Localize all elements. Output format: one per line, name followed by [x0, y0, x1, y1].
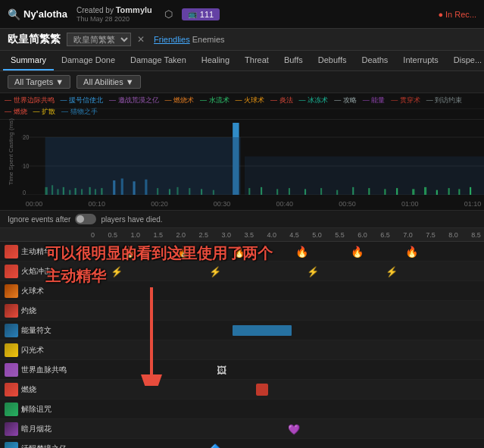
ability-timeline [91, 281, 484, 300]
ability-icon [5, 343, 18, 357]
svg-rect-40 [396, 188, 398, 195]
ability-timeline [91, 321, 484, 340]
enemies-tab[interactable]: Enemies [192, 35, 225, 44]
svg-text:0: 0 [23, 189, 27, 195]
ability-label: 火球术 [0, 284, 91, 298]
svg-rect-38 [368, 188, 370, 195]
tab-interrupts[interactable]: Interrupts [395, 51, 445, 70]
event-icon: ⚡ [111, 265, 123, 277]
ability-timeline [91, 301, 484, 320]
title-bar: 欧皇简繁繁 欧皇简繁繁 ✕ Friendlies Enemies [0, 29, 484, 51]
ability-timeline [91, 380, 484, 399]
tab-threat[interactable]: Threat [237, 51, 276, 70]
tab-summary[interactable]: Summary [3, 51, 54, 70]
friendlies-tab[interactable]: Friendlies [154, 35, 190, 44]
ability-label: 主动精华 [0, 245, 91, 258]
ability-row: 火焰冲击 ⚡ ⚡ ⚡ ⚡ [0, 262, 484, 281]
top-bar-icons: ⬡ [164, 8, 173, 20]
ruler-marks: 0 0.5 1.0 1.5 2.0 2.5 3.0 3.5 4.0 4.5 5.… [91, 231, 484, 239]
ability-row: 主动精华 🔥 🔥 🔥 🔥 🔥 🔥 [0, 242, 484, 262]
chart-svg-container: 0 10 20 [21, 108, 484, 195]
ability-label: 闪光术 [0, 343, 91, 357]
svg-rect-41 [412, 189, 414, 195]
ignore-text-before: Ignore events after [8, 215, 70, 224]
tab-damage-done[interactable]: Damage Done [54, 51, 123, 70]
ability-row: 活醒梦境之亿 🔷 [0, 439, 484, 448]
event-icon: 🔥 [351, 246, 364, 258]
ability-icon [5, 304, 18, 318]
svg-rect-43 [436, 190, 438, 195]
ability-name: 能量符文 [21, 325, 52, 336]
ability-name: 闪光术 [21, 345, 44, 356]
ignore-toggle[interactable] [75, 214, 96, 224]
ability-row: 世界血脉共鸣 🖼 [0, 360, 484, 380]
record-icon: ● [438, 10, 443, 19]
ability-icon [5, 442, 18, 449]
twitch-badge[interactable]: 📺 111 [182, 8, 220, 20]
event-icon: ⚡ [209, 265, 221, 277]
ability-timeline [91, 399, 484, 418]
ability-icon [5, 324, 18, 337]
ability-list: 主动精华 🔥 🔥 🔥 🔥 🔥 🔥 火焰冲击 ⚡ ⚡ ⚡ ⚡ 火球术 [0, 242, 484, 448]
tab-healing[interactable]: Healing [194, 51, 237, 70]
ability-name: 灼烧 [21, 305, 36, 316]
ability-label: 活醒梦境之亿 [0, 442, 91, 449]
tab-deaths[interactable]: Deaths [354, 51, 396, 70]
event-icon: 🔥 [123, 246, 136, 258]
abilities-filter[interactable]: All Abilities ▼ [77, 75, 141, 89]
ignore-bar: Ignore events after players have died. [0, 211, 484, 228]
ability-row: 燃烧 [0, 380, 484, 399]
ability-label: 灼烧 [0, 304, 91, 318]
ability-timeline: 🔥 🔥 🔥 🔥 🔥 🔥 [91, 242, 484, 261]
ability-name: 主动精华 [21, 246, 52, 257]
ability-icon [5, 284, 18, 298]
ability-icon [5, 363, 18, 377]
ability-label: 暗月烟花 [0, 422, 91, 436]
logo: 🔍 Ny'alotha [8, 8, 67, 20]
svg-rect-44 [448, 188, 450, 195]
chart-area: — 世界边际共鸣 — 援号信使北 — 邀战荒漠之亿 — 燃烧术 — 水流术 — … [0, 93, 484, 211]
created-by: Created by Tommylu Thu May 28 2020 [77, 5, 152, 24]
event-icon: ⚡ [307, 265, 319, 277]
event-icon: 🔷 [209, 443, 221, 448]
tab-damage-taken[interactable]: Damage Taken [123, 51, 194, 70]
close-button[interactable]: ✕ [137, 34, 145, 45]
ability-timeline: ⚡ ⚡ ⚡ ⚡ [91, 262, 484, 280]
event-icon: 🔥 [295, 246, 308, 258]
tab-buffs[interactable]: Buffs [276, 51, 311, 70]
search-icon: 🔍 [8, 8, 20, 20]
event-icon: 🔥 [177, 246, 190, 258]
ability-timeline: 🖼 [91, 360, 484, 379]
svg-rect-42 [424, 187, 426, 195]
event-icon: 💜 [288, 423, 300, 434]
event-icon: ⚡ [386, 265, 398, 277]
event-icon: 🖼 [217, 364, 226, 375]
tab-dispels[interactable]: Dispe... [446, 51, 484, 70]
ability-name: 燃烧 [21, 384, 36, 395]
chart-x-axis: 00:00 00:10 00:20 00:30 00:40 00:50 01:0… [23, 200, 484, 208]
timeline-ruler: 0 0.5 1.0 1.5 2.0 2.5 3.0 3.5 4.0 4.5 5.… [0, 228, 484, 242]
event-icon: 🔥 [233, 246, 245, 258]
chart-svg: 0 10 20 [21, 108, 484, 195]
ability-name: 解除诅咒 [21, 404, 52, 415]
ability-label: 能量符文 [0, 324, 91, 337]
ability-name: 活醒梦境之亿 [21, 443, 67, 449]
svg-rect-46 [470, 187, 471, 195]
event-icon [256, 384, 268, 396]
ability-name: 世界血脉共鸣 [21, 365, 67, 375]
ability-label: 世界血脉共鸣 [0, 363, 91, 377]
boss-name: 欧皇简繁繁 [8, 33, 61, 46]
lang-selector[interactable]: 欧皇简繁繁 [67, 33, 131, 46]
ability-timeline: 💜 [91, 419, 484, 438]
svg-rect-36 [45, 137, 241, 195]
ability-row: 灼烧 [0, 301, 484, 321]
tab-debuffs[interactable]: Debuffs [311, 51, 354, 70]
ability-icon [5, 422, 18, 436]
ability-timeline [91, 340, 484, 359]
top-bar: 🔍 Ny'alotha Created by Tommylu Thu May 2… [0, 0, 484, 29]
share-icon[interactable]: ⬡ [164, 8, 173, 20]
ability-icon [5, 403, 18, 416]
targets-filter[interactable]: All Targets ▼ [8, 75, 70, 89]
svg-rect-39 [384, 189, 386, 195]
svg-text:10: 10 [23, 162, 30, 170]
